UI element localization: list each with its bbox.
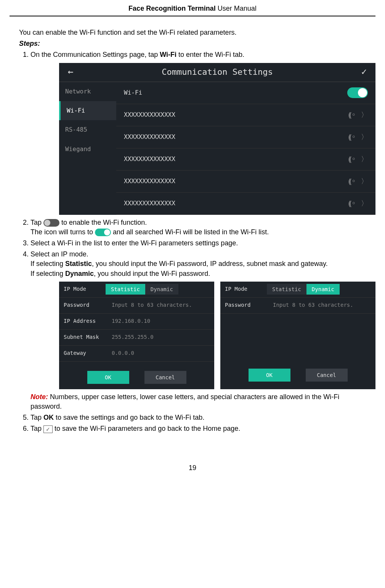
seg-dynamic[interactable]: Dynamic (145, 284, 178, 295)
header-title-rest: User Manual (216, 5, 257, 12)
step-4: Select an IP mode. If selecting Statisti… (30, 250, 366, 411)
content-body: You can enable the Wi-Fi function and se… (10, 28, 375, 433)
wifi-signal-icon: ⸨◦ (348, 132, 356, 142)
ip-address-field[interactable]: 192.168.0.10 (106, 317, 150, 325)
note-text: Numbers, upper case letters, lower case … (30, 393, 339, 410)
sidebar-item-wiegand[interactable]: Wiegand (59, 140, 116, 159)
page-number: 19 (10, 464, 375, 472)
ok-button[interactable]: OK (87, 371, 129, 384)
screen-title: Communication Settings (82, 66, 353, 78)
sidebar: Network Wi-Fi RS-485 Wiegand (59, 82, 116, 215)
cancel-button[interactable]: Cancel (306, 369, 348, 382)
toggle-on-icon (95, 229, 111, 236)
wifi-signal-icon: ⸨◦ (348, 176, 356, 186)
sidebar-item-wifi[interactable]: Wi-Fi (59, 101, 116, 120)
chevron-right-icon: 〉 (361, 154, 368, 164)
subnet-mask-field[interactable]: 255.255.255.0 (106, 333, 154, 341)
check-icon: ✓ (43, 425, 53, 433)
confirm-icon[interactable]: ✓ (353, 66, 375, 79)
password-label: Password (64, 301, 106, 309)
wifi-toggle-row: Wi-Fi (116, 82, 375, 104)
statistic-panel: IP Mode Statistic Dynamic Password Input… (59, 282, 214, 389)
seg-dynamic[interactable]: Dynamic (306, 284, 340, 295)
toggle-off-icon (43, 219, 59, 227)
sidebar-item-rs485[interactable]: RS-485 (59, 120, 116, 139)
wifi-network-row[interactable]: XXXXXXXXXXXXXX ⸨◦ 〉 (116, 104, 375, 126)
wifi-list: Wi-Fi XXXXXXXXXXXXXX ⸨◦ 〉 XXXXXXXXXXXXXX… (116, 82, 375, 215)
password-field[interactable]: Input 8 to 63 characters. (267, 301, 353, 309)
wifi-signal-icon: ⸨◦ (348, 110, 356, 119)
wifi-network-row[interactable]: XXXXXXXXXXXXXX ⸨◦ 〉 (116, 148, 375, 171)
chevron-right-icon: 〉 (361, 110, 368, 119)
step-6: Tap ✓ to save the Wi-Fi parameters and g… (30, 424, 366, 433)
wifi-signal-icon: ⸨◦ (348, 198, 356, 208)
step-1: On the Communication Settings page, tap … (30, 50, 366, 214)
wifi-network-row[interactable]: XXXXXXXXXXXXXX ⸨◦ 〉 (116, 193, 375, 215)
step-3: Select a Wi-Fi in the list to enter the … (30, 238, 366, 248)
seg-statistic[interactable]: Statistic (106, 284, 145, 295)
cancel-button[interactable]: Cancel (144, 371, 186, 384)
communication-settings-screenshot: ← Communication Settings ✓ Network Wi-Fi… (59, 63, 375, 215)
page-header: Face Recognition Terminal User Manual (10, 0, 375, 16)
sidebar-item-network[interactable]: Network (59, 82, 116, 101)
dynamic-panel: IP Mode Statistic Dynamic Password Input… (220, 282, 375, 389)
seg-statistic[interactable]: Statistic (267, 284, 306, 295)
ip-mode-label: IP Mode (225, 285, 267, 293)
wifi-toggle[interactable] (347, 87, 368, 98)
password-label: Password (225, 301, 267, 309)
step-5: Tap OK to save the settings and go back … (30, 413, 366, 422)
chevron-right-icon: 〉 (361, 176, 368, 186)
header-title-bold: Face Recognition Terminal (128, 5, 216, 12)
step-2: Tap to enable the Wi-Fi function. The ic… (30, 218, 366, 237)
wifi-network-row[interactable]: XXXXXXXXXXXXXX ⸨◦ 〉 (116, 126, 375, 148)
ip-mode-label: IP Mode (64, 285, 106, 293)
ip-address-label: IP Address (64, 317, 106, 325)
chevron-right-icon: 〉 (361, 132, 368, 142)
back-icon[interactable]: ← (59, 66, 82, 79)
wifi-network-row[interactable]: XXXXXXXXXXXXXX ⸨◦ 〉 (116, 171, 375, 193)
ok-button[interactable]: OK (249, 369, 290, 382)
gateway-field[interactable]: 0.0.0.0 (106, 350, 134, 357)
wifi-signal-icon: ⸨◦ (348, 154, 356, 164)
chevron-right-icon: 〉 (361, 198, 368, 208)
gateway-label: Gateway (64, 350, 106, 357)
steps-label: Steps: (19, 39, 366, 48)
ip-mode-panels: IP Mode Statistic Dynamic Password Input… (59, 282, 375, 389)
password-field[interactable]: Input 8 to 63 characters. (106, 301, 192, 309)
steps-list: On the Communication Settings page, tap … (19, 50, 366, 433)
subnet-mask-label: Subnet Mask (64, 333, 106, 341)
note-label: Note: (30, 393, 48, 401)
intro-text: You can enable the Wi-Fi function and se… (19, 28, 366, 37)
